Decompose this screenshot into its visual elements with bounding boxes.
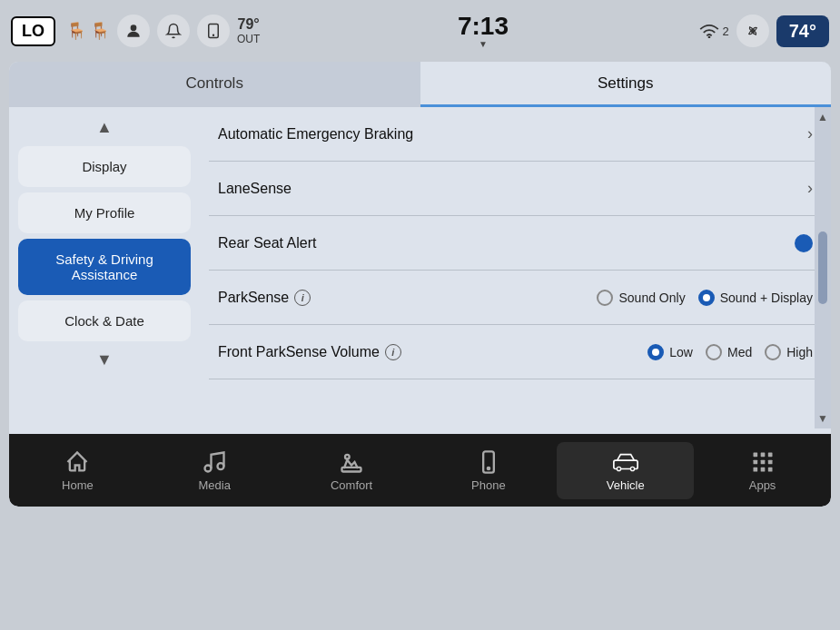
parksense-option-sound-only[interactable]: Sound Only	[597, 290, 685, 306]
svg-rect-17	[760, 452, 765, 457]
right-controls: 74°	[736, 15, 829, 47]
tab-controls[interactable]: Controls	[9, 62, 420, 107]
wifi-icon	[699, 24, 719, 38]
svg-point-0	[131, 25, 137, 31]
svg-point-6	[218, 463, 224, 469]
row-auto-emergency-braking[interactable]: Automatic Emergency Braking ›	[209, 107, 822, 162]
inside-temp[interactable]: 74°	[776, 15, 829, 47]
svg-rect-20	[760, 459, 765, 464]
sidebar-item-display[interactable]: Display	[18, 146, 191, 187]
nav-item-apps[interactable]: Apps	[694, 442, 831, 499]
sidebar-scroll-up[interactable]: ▲	[93, 114, 116, 141]
label-lanesense: LaneSense	[218, 181, 807, 197]
nav-item-media[interactable]: Media	[146, 442, 283, 499]
svg-rect-7	[342, 467, 361, 471]
wifi-area: 2	[699, 24, 729, 38]
sidebar-scroll-down[interactable]: ▼	[93, 347, 116, 373]
outside-temp: 79° OUT	[237, 16, 260, 45]
sidebar: ▲ Display My Profile Safety & Driving As…	[9, 107, 200, 428]
vehicle-icon	[612, 449, 639, 475]
svg-rect-19	[753, 459, 757, 464]
time-chevron: ▼	[479, 39, 488, 49]
apps-icon	[749, 449, 776, 475]
main-screen: Controls Settings ▲ Display My Profile S…	[9, 62, 831, 507]
parksense-info-icon[interactable]: i	[294, 290, 311, 306]
sidebar-item-clock-date[interactable]: Clock & Date	[18, 300, 191, 341]
svg-rect-16	[753, 452, 757, 457]
parksense-radio-sound-only[interactable]	[597, 290, 613, 306]
svg-rect-21	[767, 459, 772, 464]
nav-label-comfort: Comfort	[331, 478, 372, 492]
parksense-radio-sound-display[interactable]	[698, 290, 715, 306]
svg-point-3	[707, 36, 710, 38]
chevron-lanesense: ›	[807, 179, 813, 198]
svg-point-10	[488, 467, 489, 468]
label-front-parksense-volume: Front ParkSense Volume i	[218, 344, 647, 360]
time-display-area: 7:13 ▼	[274, 14, 691, 49]
tab-settings[interactable]: Settings	[420, 62, 832, 107]
nav-label-media: Media	[199, 478, 231, 492]
svg-rect-23	[760, 467, 765, 471]
svg-rect-22	[753, 467, 757, 471]
nav-item-comfort[interactable]: Comfort	[283, 442, 420, 499]
svg-rect-24	[767, 467, 772, 471]
label-auto-emergency-braking: Automatic Emergency Braking	[218, 126, 807, 143]
tab-bar: Controls Settings	[9, 62, 831, 107]
front-parksense-option-med[interactable]: Med	[706, 344, 752, 360]
svg-point-5	[205, 465, 212, 471]
clock: 7:13	[458, 14, 509, 39]
front-parksense-option-high[interactable]: High	[765, 344, 813, 360]
svg-point-15	[631, 468, 634, 470]
music-icon	[201, 449, 228, 475]
label-rear-seat-alert: Rear Seat Alert	[218, 235, 795, 251]
bottom-nav: Home Media Comfort Phone	[9, 434, 831, 507]
wifi-count: 2	[723, 25, 729, 38]
parksense-radio-group: Sound Only Sound + Display	[597, 290, 813, 306]
top-bezel: LO 🪑 🪑 79° OUT 7:13 ▼ 2	[0, 0, 840, 62]
phone-icon[interactable]	[197, 15, 230, 47]
row-front-parksense-volume: Front ParkSense Volume i Low Med High	[209, 325, 822, 379]
chevron-auto-emergency-braking: ›	[807, 124, 813, 143]
sidebar-item-my-profile[interactable]: My Profile	[18, 192, 191, 233]
nav-label-home: Home	[62, 478, 94, 492]
scroll-thumb[interactable]	[818, 231, 827, 304]
seat-heat-icons[interactable]: 🪑 🪑	[66, 21, 110, 41]
lo-badge[interactable]: LO	[11, 16, 55, 46]
seat-heat-right-icon[interactable]: 🪑	[90, 21, 110, 41]
row-parksense: ParkSense i Sound Only Sound + Display	[209, 271, 822, 325]
nav-item-vehicle[interactable]: Vehicle	[557, 442, 694, 499]
scroll-track: ▲ ▼	[815, 107, 831, 428]
row-rear-seat-alert[interactable]: Rear Seat Alert	[209, 216, 822, 271]
settings-panel: Automatic Emergency Braking › LaneSense …	[200, 107, 831, 428]
svg-rect-18	[767, 452, 772, 457]
front-parksense-radio-med[interactable]	[706, 344, 722, 360]
svg-point-14	[618, 468, 620, 470]
parksense-option-sound-display[interactable]: Sound + Display	[698, 290, 813, 306]
nav-label-phone: Phone	[471, 478, 506, 492]
scroll-down-arrow[interactable]: ▼	[817, 412, 828, 425]
front-parksense-radio-high[interactable]	[765, 344, 781, 360]
nav-item-phone[interactable]: Phone	[420, 442, 557, 499]
fan-settings-icon[interactable]	[736, 15, 769, 47]
comfort-icon	[338, 449, 365, 475]
seat-heat-left-icon[interactable]: 🪑	[66, 21, 86, 41]
profile-icon[interactable]	[117, 15, 150, 47]
nav-label-apps: Apps	[749, 478, 776, 492]
nav-label-vehicle: Vehicle	[607, 478, 645, 492]
content-area: ▲ Display My Profile Safety & Driving As…	[9, 107, 831, 428]
nav-item-home[interactable]: Home	[9, 442, 146, 499]
phone-nav-icon	[475, 449, 502, 475]
notifications-icon[interactable]	[157, 15, 190, 47]
row-lanesense[interactable]: LaneSense ›	[209, 162, 822, 216]
front-parksense-radio-group: Low Med High	[647, 344, 813, 360]
front-parksense-radio-low[interactable]	[647, 344, 664, 360]
sidebar-item-safety-driving[interactable]: Safety & Driving Assistance	[18, 239, 191, 295]
toggle-rear-seat-alert[interactable]	[795, 234, 813, 252]
label-parksense: ParkSense i	[218, 290, 597, 306]
svg-point-8	[345, 454, 350, 458]
front-parksense-option-low[interactable]: Low	[647, 344, 693, 360]
home-icon	[64, 449, 91, 475]
scroll-up-arrow[interactable]: ▲	[817, 111, 828, 123]
front-parksense-info-icon[interactable]: i	[385, 344, 401, 360]
